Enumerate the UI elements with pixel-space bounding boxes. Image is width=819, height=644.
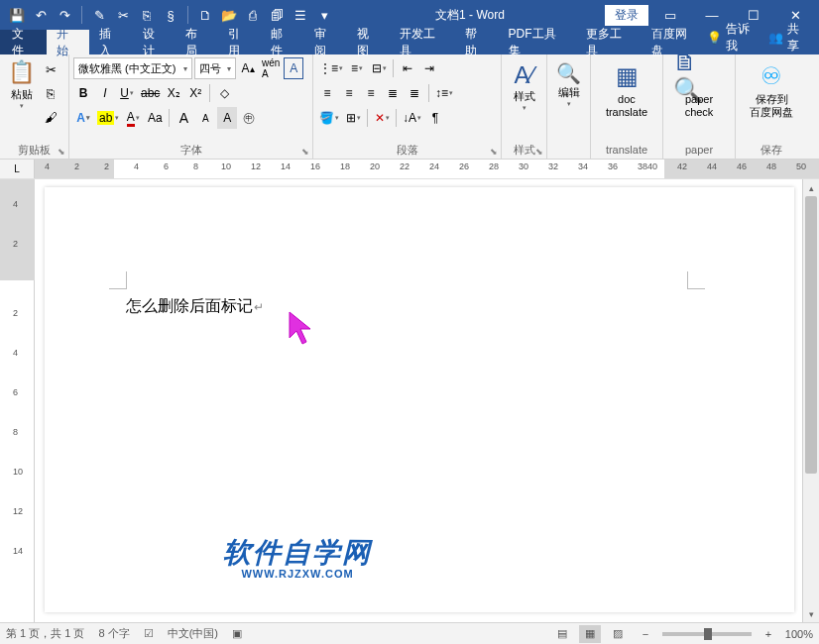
distribute-icon[interactable]: ≣ <box>405 82 424 104</box>
tab-home[interactable]: 开始 <box>47 30 89 54</box>
italic-icon[interactable]: I <box>95 82 115 104</box>
decrease-indent-icon[interactable]: ⇤ <box>398 57 417 79</box>
baidu-save-button[interactable]: ♾ 保存到百度网盘 <box>740 57 803 123</box>
qat-btn-11[interactable]: 🗐 <box>266 4 288 26</box>
print-layout-icon[interactable]: ▦ <box>579 625 601 643</box>
dialog-launcher-icon[interactable]: ⬊ <box>535 147 543 157</box>
font-color-icon[interactable]: A <box>123 107 143 129</box>
scroll-down-icon[interactable]: ▾ <box>803 605 819 622</box>
tab-design[interactable]: 设计 <box>133 30 176 54</box>
tab-selector[interactable]: L <box>0 160 35 178</box>
font-size-combo[interactable]: 四号▾ <box>194 57 236 79</box>
vertical-scrollbar[interactable]: ▴ ▾ <box>802 179 819 622</box>
dialog-launcher-icon[interactable]: ⬊ <box>58 147 65 157</box>
paper-check-button[interactable]: 🗎🔍 papercheck <box>667 57 731 123</box>
read-mode-icon[interactable]: ▤ <box>551 625 573 643</box>
superscript-icon[interactable]: X² <box>185 82 205 104</box>
zoom-in-icon[interactable]: + <box>758 625 779 643</box>
login-button[interactable]: 登录 <box>605 5 648 26</box>
tab-view[interactable]: 视图 <box>347 30 390 54</box>
document-scroll[interactable]: 怎么删除后面标记↵ 软件自学网 WWW.RJZXW.COM ▴ ▾ <box>35 179 819 622</box>
scroll-thumb[interactable] <box>805 196 817 474</box>
qat-btn-4[interactable]: ✎ <box>88 4 110 26</box>
share-button[interactable]: 👥共享 <box>768 21 809 54</box>
language[interactable]: 中文(中国) <box>168 626 218 641</box>
paste-button[interactable]: 📋 粘贴 ▾ <box>4 57 39 112</box>
multilevel-icon[interactable]: ⊟ <box>369 57 389 79</box>
vertical-ruler[interactable]: 422468101214 <box>0 179 35 622</box>
new-icon[interactable]: 🗋 <box>194 4 216 26</box>
clear-format-icon[interactable]: ◇ <box>214 82 234 104</box>
bold-icon[interactable]: B <box>73 82 93 104</box>
cut-icon[interactable]: ✂ <box>41 59 60 79</box>
align-left-icon[interactable]: ≡ <box>317 82 337 104</box>
open-icon[interactable]: 📂 <box>218 4 240 26</box>
tab-help[interactable]: 帮助 <box>455 30 498 54</box>
zoom-level[interactable]: 100% <box>785 628 813 640</box>
zoom-out-icon[interactable]: − <box>635 625 656 643</box>
align-center-icon[interactable]: ≡ <box>339 82 359 104</box>
tab-mailings[interactable]: 邮件 <box>261 30 303 54</box>
justify-icon[interactable]: ≣ <box>383 82 403 104</box>
styles-button[interactable]: A⁄ 样式 ▾ <box>510 57 539 116</box>
shading-icon[interactable]: 🪣 <box>317 107 341 129</box>
tab-file[interactable]: 文件 <box>0 30 47 54</box>
tab-insert[interactable]: 插入 <box>89 30 132 54</box>
strikethrough-icon[interactable]: abc <box>139 82 162 104</box>
qat-customize-icon[interactable]: ▾ <box>313 4 335 26</box>
qat-btn-7[interactable]: § <box>160 4 181 26</box>
tab-pdf[interactable]: PDF工具集 <box>499 30 576 54</box>
document-text[interactable]: 怎么删除后面标记↵ <box>126 296 264 317</box>
copy-icon[interactable]: ⎘ <box>41 83 60 103</box>
word-count[interactable]: 8 个字 <box>98 626 129 641</box>
dialog-launcher-icon[interactable]: ⬊ <box>490 147 498 157</box>
scroll-up-icon[interactable]: ▴ <box>803 179 819 196</box>
char-shading-icon[interactable]: A <box>217 107 237 129</box>
enclose-char-icon[interactable]: ㊥ <box>239 107 259 129</box>
sort-icon[interactable]: ✕ <box>372 107 392 129</box>
tab-more[interactable]: 更多工具 <box>576 30 642 54</box>
page-number[interactable]: 第 1 页，共 1 页 <box>6 626 84 641</box>
dialog-launcher-icon[interactable]: ⬊ <box>301 147 309 157</box>
spell-check-icon[interactable]: ☑ <box>144 627 154 640</box>
increase-indent-icon[interactable]: ⇥ <box>419 57 439 79</box>
horizontal-ruler[interactable]: 6422468101214161820222426283032343638404… <box>35 160 819 178</box>
edit-button[interactable]: 🔍 编辑 ▾ <box>552 57 585 112</box>
line-spacing-icon[interactable]: ↕≡ <box>433 82 455 104</box>
macro-icon[interactable]: ▣ <box>232 627 242 640</box>
web-layout-icon[interactable]: ▨ <box>607 625 629 643</box>
show-marks-icon[interactable]: ¶ <box>425 107 445 129</box>
doc-translate-button[interactable]: ▦ doctranslate <box>595 57 658 123</box>
grow-font2-icon[interactable]: A <box>174 107 193 129</box>
undo-icon[interactable]: ↶ <box>30 4 52 26</box>
save-icon[interactable]: 💾 <box>6 4 28 26</box>
qat-btn-6[interactable]: ⎘ <box>136 4 158 26</box>
tab-developer[interactable]: 开发工具 <box>390 30 455 54</box>
qat-btn-5[interactable]: ✂ <box>112 4 134 26</box>
pinyin-icon[interactable]: wénA <box>260 57 282 79</box>
qat-btn-10[interactable]: ⎙ <box>242 4 264 26</box>
qat-btn-12[interactable]: ☰ <box>290 4 311 26</box>
styles-icon: A⁄ <box>514 61 533 89</box>
zoom-slider[interactable] <box>662 632 752 636</box>
underline-icon[interactable]: U <box>117 82 137 104</box>
redo-icon[interactable]: ↷ <box>54 4 75 26</box>
font-name-combo[interactable]: 微软雅黑 (中文正文)▾ <box>73 57 192 79</box>
tab-review[interactable]: 审阅 <box>304 30 347 54</box>
tab-references[interactable]: 引用 <box>218 30 261 54</box>
page[interactable]: 怎么删除后面标记↵ 软件自学网 WWW.RJZXW.COM <box>45 187 794 612</box>
sort2-icon[interactable]: ↓A <box>401 107 423 129</box>
tab-layout[interactable]: 布局 <box>176 30 218 54</box>
format-painter-icon[interactable]: 🖌 <box>41 107 60 127</box>
char-border-icon[interactable]: A <box>284 57 303 79</box>
align-right-icon[interactable]: ≡ <box>361 82 381 104</box>
borders-icon[interactable]: ⊞ <box>343 107 363 129</box>
highlight-icon[interactable]: ab <box>95 107 121 129</box>
bullets-icon[interactable]: ⋮≡ <box>317 57 345 79</box>
numbering-icon[interactable]: ≡ <box>347 57 367 79</box>
change-case-icon[interactable]: Aa <box>145 107 165 129</box>
text-effects-icon[interactable]: A <box>73 107 93 129</box>
grow-font-icon[interactable]: A▴ <box>238 57 258 79</box>
shrink-font-icon[interactable]: A <box>195 107 215 129</box>
subscript-icon[interactable]: X₂ <box>164 82 183 104</box>
